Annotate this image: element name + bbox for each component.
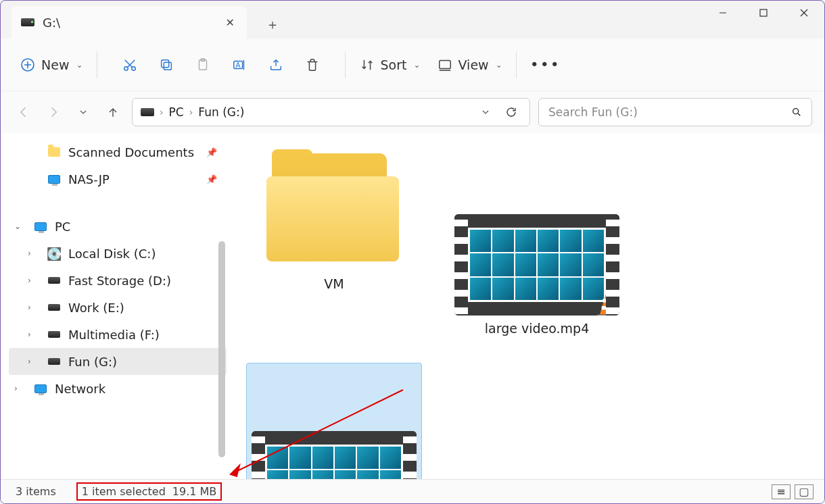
new-button[interactable]: New ⌄ (13, 53, 90, 77)
drive-icon (21, 18, 34, 26)
nav-forward-button[interactable] (43, 101, 64, 123)
chevron-down-icon[interactable]: ⌄ (14, 222, 26, 231)
sidebar-item-multimedia-f[interactable]: › Multimedia (F:) (9, 321, 227, 348)
history-dropdown-button[interactable] (475, 102, 496, 122)
drive-icon (48, 358, 60, 365)
sidebar-item-nas-jp[interactable]: NAS-JP 📌 (9, 166, 227, 193)
scissors-icon (122, 57, 138, 73)
view-label: View (458, 57, 489, 72)
sidebar-item-scanned-documents[interactable]: Scanned Documents 📌 (9, 138, 227, 166)
refresh-button[interactable] (501, 102, 521, 122)
chevron-down-icon: ⌄ (413, 60, 420, 70)
chevron-right-icon[interactable]: › (28, 303, 40, 312)
file-list[interactable]: VM large video.mp4 Small Video.mp4 (227, 133, 824, 479)
new-tab-button[interactable]: ＋ (259, 13, 286, 36)
plus-circle-icon (20, 57, 36, 73)
tab-title: G:\ (43, 16, 215, 30)
copy-icon (158, 57, 174, 73)
search-input[interactable]: Search Fun (G:) (538, 98, 812, 126)
details-view-button[interactable]: ≡ (772, 484, 791, 499)
view-button[interactable]: View ⌄ (430, 53, 509, 77)
disk-icon: 💽 (47, 247, 62, 261)
rename-icon: A (231, 57, 248, 73)
svg-rect-19 (439, 60, 450, 68)
trash-icon (304, 57, 321, 73)
new-label: New (41, 57, 69, 72)
sidebar-item-pc[interactable]: ⌄ PC (9, 213, 227, 240)
paste-button[interactable] (188, 53, 218, 77)
rename-button[interactable]: A (225, 53, 254, 77)
delete-button[interactable] (298, 53, 327, 77)
pc-icon (34, 222, 47, 231)
main-area: Scanned Documents 📌 NAS-JP 📌 ⌄ PC › 💽 Lo… (1, 133, 824, 479)
chevron-right-icon[interactable]: › (28, 276, 40, 285)
sort-button[interactable]: Sort ⌄ (352, 53, 427, 77)
file-name: large video.mp4 (485, 321, 589, 336)
nav-recent-button[interactable] (72, 101, 94, 123)
sidebar-item-work-e[interactable]: › Work (E:) (9, 294, 227, 321)
cut-button[interactable] (115, 53, 145, 77)
video-thumbnail (454, 214, 619, 316)
scrollbar[interactable] (216, 133, 225, 479)
network-icon (34, 384, 47, 393)
search-icon (791, 107, 802, 118)
tree-label: Multimedia (F:) (68, 328, 160, 342)
chevron-right-icon[interactable]: › (14, 384, 26, 393)
breadcrumb-current[interactable]: Fun (G:) (198, 105, 244, 119)
chevron-right-icon: › (189, 107, 193, 118)
status-bar: 3 items 1 item selected 19.1 MB ≡ ▢ (1, 479, 824, 503)
svg-rect-25 (602, 306, 611, 309)
sort-label: Sort (381, 57, 407, 72)
close-window-button[interactable] (784, 1, 824, 25)
svg-rect-11 (164, 62, 171, 70)
sidebar-item-network[interactable]: › Network (9, 375, 227, 402)
svg-line-22 (798, 114, 800, 116)
svg-point-21 (793, 109, 799, 114)
tree-label: NAS-JP (68, 172, 110, 186)
clipboard-icon (195, 57, 211, 73)
separator (345, 51, 346, 78)
thumbnails-view-button[interactable]: ▢ (795, 484, 814, 499)
more-button[interactable]: ••• (523, 52, 567, 77)
file-item-vm[interactable]: VM (246, 144, 422, 297)
maximize-button[interactable] (743, 1, 784, 25)
chevron-right-icon[interactable]: › (28, 330, 40, 339)
share-button[interactable] (261, 53, 291, 77)
navigation-pane[interactable]: Scanned Documents 📌 NAS-JP 📌 ⌄ PC › 💽 Lo… (1, 133, 227, 479)
file-item-large-video[interactable]: large video.mp4 (449, 209, 625, 341)
breadcrumb-pc[interactable]: PC (169, 105, 184, 119)
chevron-right-icon: › (160, 107, 164, 118)
svg-rect-12 (161, 59, 168, 67)
minimize-button[interactable] (703, 1, 743, 25)
sidebar-item-local-disk-c[interactable]: › 💽 Local Disk (C:) (9, 240, 227, 267)
separator (97, 51, 97, 78)
window-controls (703, 1, 824, 25)
svg-marker-23 (600, 294, 612, 315)
video-thumbnail (252, 431, 417, 479)
status-selection: 1 item selected (82, 485, 166, 498)
toolbar: New ⌄ A Sort ⌄ View ⌄ ••• (1, 39, 824, 91)
copy-button[interactable] (151, 53, 181, 77)
titlebar: G:\ ✕ ＋ (1, 1, 824, 39)
tree-label: Fast Storage (D:) (68, 274, 171, 288)
drive-icon (48, 277, 60, 284)
file-item-small-video[interactable]: Small Video.mp4 (246, 363, 422, 479)
chevron-right-icon[interactable]: › (28, 249, 40, 258)
chevron-down-icon: ⌄ (76, 60, 82, 70)
ellipsis-icon: ••• (530, 56, 561, 73)
address-row: › PC › Fun (G:) Search Fun (G:) (1, 91, 824, 133)
status-item-count: 3 items (11, 485, 60, 498)
chevron-right-icon[interactable]: › (28, 357, 40, 366)
search-placeholder: Search Fun (G:) (548, 105, 791, 119)
sidebar-item-fun-g[interactable]: › Fun (G:) (9, 348, 227, 375)
scrollbar-thumb[interactable] (218, 241, 225, 457)
file-name: VM (324, 276, 344, 291)
close-tab-button[interactable]: ✕ (223, 14, 237, 32)
drive-icon (48, 331, 60, 338)
address-bar[interactable]: › PC › Fun (G:) (132, 98, 530, 126)
tab-current[interactable]: G:\ ✕ (11, 6, 247, 39)
folder-icon (48, 147, 60, 157)
nav-up-button[interactable] (102, 101, 124, 123)
sidebar-item-fast-storage-d[interactable]: › Fast Storage (D:) (9, 267, 227, 294)
nav-back-button[interactable] (13, 101, 34, 123)
